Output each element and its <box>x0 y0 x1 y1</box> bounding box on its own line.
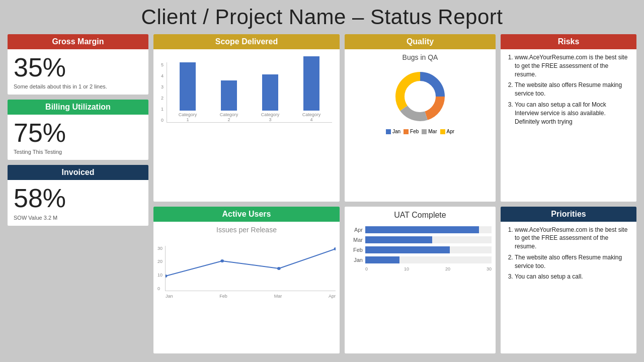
invoiced-detail: SOW Value 3.2 M <box>14 215 142 221</box>
bar-cat3 <box>262 74 278 111</box>
risks-header: Risks <box>501 34 636 49</box>
gross-margin-body: 35% Some details about this in 1 or 2 li… <box>8 49 148 95</box>
priorities-list: www.AceYourResume.com is the best site t… <box>506 226 631 282</box>
svg-point-8 <box>334 247 336 250</box>
risks-item-2: The website also offers Resume making se… <box>515 81 631 98</box>
uat-row-mar: Mar <box>349 236 492 243</box>
risks-card: Risks www.AceYourResume.com is the best … <box>501 34 636 202</box>
line-chart-svg-container: Jan Feb Mar Apr <box>165 246 336 291</box>
legend-feb: Feb <box>404 129 419 134</box>
priorities-header: Priorities <box>501 207 636 222</box>
kpi-column: Gross Margin 35% Some details about this… <box>8 34 148 353</box>
billing-utilization-header: Billing Utilization <box>8 100 148 115</box>
donut-legend: Jan Feb Mar Apr <box>386 129 454 134</box>
svg-point-7 <box>277 267 281 270</box>
priorities-card: Priorities www.AceYourResume.com is the … <box>501 207 636 354</box>
risks-body: www.AceYourResume.com is the best site t… <box>501 49 636 132</box>
bar-cat1 <box>180 62 196 111</box>
billing-utilization-value: 75% <box>14 119 142 147</box>
legend-apr: Apr <box>440 129 455 134</box>
billing-utilization-body: 75% Testing This Testing <box>8 115 148 160</box>
invoiced-value: 58% <box>14 184 142 213</box>
active-users-header: Active Users <box>153 207 340 222</box>
quality-body: Bugs in QA J <box>345 49 496 141</box>
svg-point-6 <box>220 259 224 262</box>
billing-utilization-detail: Testing This Testing <box>14 149 142 155</box>
invoiced-header: Invoiced <box>8 165 148 180</box>
line-chart-container: 0 10 20 30 <box>157 236 336 291</box>
priorities-item-1: www.AceYourResume.com is the best site t… <box>515 226 631 251</box>
line-chart-svg <box>166 246 336 291</box>
svg-point-5 <box>166 275 167 278</box>
billing-utilization-card: Billing Utilization 75% Testing This Tes… <box>8 100 148 160</box>
active-users-card: Active Users Issues per Release 0 10 20 … <box>153 207 340 354</box>
scope-delivered-header: Scope Delivered <box>153 34 340 49</box>
svg-point-4 <box>406 82 434 111</box>
donut-chart: Jan Feb Mar Apr <box>350 64 491 137</box>
invoiced-card: Invoiced 58% SOW Value 3.2 M <box>8 165 148 225</box>
page-title: Client / Project Name – Status Report <box>8 5 636 29</box>
gross-margin-detail: Some details about this in 1 or 2 lines. <box>14 83 142 89</box>
scope-delivered-chart: 0 1 2 3 4 5 Category1 <box>153 49 340 125</box>
uat-title: UAT Complete <box>345 207 496 224</box>
uat-row-jan: Jan <box>349 256 492 263</box>
legend-jan: Jan <box>386 129 400 134</box>
risks-list: www.AceYourResume.com is the best site t… <box>506 53 631 126</box>
uat-row-feb: Feb <box>349 246 492 253</box>
invoiced-body: 58% SOW Value 3.2 M <box>8 180 148 225</box>
bar-cat2 <box>221 80 237 111</box>
gross-margin-card: Gross Margin 35% Some details about this… <box>8 34 148 95</box>
active-users-chart-area: Issues per Release 0 10 20 30 <box>153 222 340 293</box>
scope-delivered-card: Scope Delivered 0 1 2 3 4 5 Category1 <box>153 34 340 202</box>
risks-item-3: You can also setup a call for Mock Inter… <box>515 101 631 126</box>
gross-margin-value: 35% <box>14 53 142 82</box>
bar-cat4 <box>303 56 319 111</box>
quality-card: Quality Bugs in QA <box>345 34 496 202</box>
gross-margin-header: Gross Margin <box>8 34 148 49</box>
uat-x-axis: 0102030 <box>349 266 492 272</box>
bugs-in-qa-title: Bugs in QA <box>350 53 491 61</box>
donut-svg <box>390 66 450 127</box>
dashboard-page: Client / Project Name – Status Report Gr… <box>0 0 644 362</box>
line-chart-title: Issues per Release <box>157 226 336 234</box>
priorities-body: www.AceYourResume.com is the best site t… <box>501 222 636 288</box>
uat-card: UAT Complete Apr Mar Feb <box>345 207 496 354</box>
quality-header: Quality <box>345 34 496 49</box>
risks-item-1: www.AceYourResume.com is the best site t… <box>515 53 631 78</box>
legend-mar: Mar <box>422 129 437 134</box>
priorities-item-2: The website also offers Resume making se… <box>515 253 631 270</box>
uat-chart: Apr Mar Feb <box>345 224 496 274</box>
dashboard-grid: Gross Margin 35% Some details about this… <box>8 34 636 353</box>
priorities-item-3: You can also setup a call. <box>515 273 631 281</box>
uat-row-apr: Apr <box>349 226 492 233</box>
